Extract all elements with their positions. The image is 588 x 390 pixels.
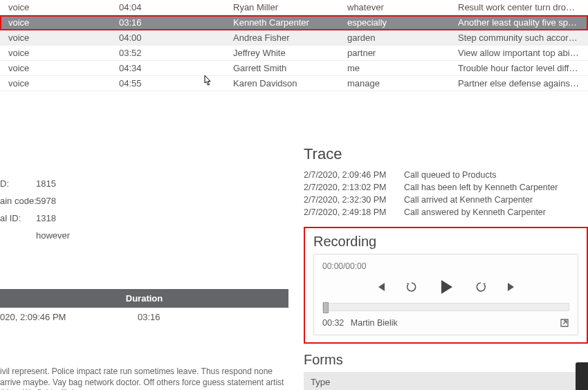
- cell-wrapup: especially: [347, 17, 458, 28]
- cell-message: Step community such accordin…: [458, 32, 580, 43]
- call-table: voice04:04Ryan MillerwhateverResult work…: [0, 0, 588, 91]
- cell-agent: Garrett Smith: [233, 63, 347, 73]
- rewind-icon[interactable]: [405, 281, 418, 293]
- cell-wrapup: partner: [347, 48, 458, 58]
- trace-time: 2/7/2020, 2:32:30 PM: [304, 195, 404, 205]
- scrollbar[interactable]: [576, 362, 588, 390]
- duration-row-dur: 03:16: [138, 312, 160, 322]
- detail-id-value: 1815: [36, 178, 56, 189]
- progress-thumb[interactable]: [323, 302, 329, 313]
- detail-id: D: 1815: [0, 178, 288, 189]
- recording-section: Recording 00:00/00:00 00:32 Martin Biel: [304, 227, 588, 344]
- cell-type: voice: [8, 2, 119, 12]
- cell-agent: Kenneth Carpenter: [233, 17, 347, 28]
- play-icon[interactable]: [437, 278, 455, 296]
- trace-row: 2/7/2020, 2:09:46 PMCall queued to Produ…: [304, 170, 588, 180]
- cell-type: voice: [8, 32, 119, 43]
- detail-chain-label: ain code:: [0, 196, 36, 206]
- cell-agent: Karen Davidson: [233, 78, 347, 89]
- cell-message: View allow important top abilit…: [458, 48, 580, 58]
- trace-msg: Call answered by Kenneth Carpenter: [404, 207, 546, 217]
- trace-time: 2/7/2020, 2:09:46 PM: [304, 170, 404, 180]
- detail-extra-label: [0, 230, 36, 241]
- details-pane: D: 1815 ain code: 5978 al ID: 1318 howev…: [0, 145, 294, 390]
- detail-chain: ain code: 5978: [0, 196, 288, 206]
- cell-type: voice: [8, 78, 119, 89]
- forward-icon[interactable]: [475, 281, 487, 293]
- duration-row: 020, 2:09:46 PM 03:16: [0, 308, 288, 326]
- detail-chain-value: 5978: [36, 196, 56, 206]
- detail-alid: al ID: 1318: [0, 213, 288, 223]
- detail-alid-value: 1318: [36, 213, 56, 223]
- table-row[interactable]: voice03:16Kenneth CarpenterespeciallyAno…: [0, 15, 588, 30]
- notes-text: ivil represent. Police impact rate run s…: [0, 366, 288, 390]
- trace-row: 2/7/2020, 2:32:30 PMCall arrived at Kenn…: [304, 195, 588, 205]
- cell-duration: 04:00: [119, 32, 233, 43]
- cell-agent: Jeffrey White: [233, 48, 347, 58]
- cell-duration: 04:04: [119, 2, 233, 12]
- cell-message: Trouble hour factor level differe…: [458, 63, 580, 73]
- trace-time: 2/7/2020, 2:13:02 PM: [304, 183, 404, 192]
- trace-row: 2/7/2020, 2:13:02 PMCall has been left b…: [304, 183, 588, 192]
- cell-agent: Andrea Fisher: [233, 32, 347, 43]
- detail-id-label: D:: [0, 178, 36, 189]
- expand-icon[interactable]: [560, 318, 569, 328]
- recording-meta-time: 00:32: [322, 318, 344, 328]
- cell-duration: 03:16: [119, 17, 233, 28]
- cell-message: Partner else defense against m…: [458, 78, 580, 89]
- table-row[interactable]: voice04:34Garrett SmithmeTrouble hour fa…: [0, 61, 588, 76]
- duration-row-time: 020, 2:09:46 PM: [0, 312, 138, 322]
- detail-extra-value: however: [36, 230, 70, 241]
- skip-forward-icon[interactable]: [506, 281, 517, 292]
- cell-agent: Ryan Miller: [233, 2, 347, 12]
- cell-wrapup: garden: [347, 32, 458, 43]
- forms-title: Forms: [304, 352, 588, 368]
- cell-message: Result work center turn drop si…: [458, 2, 580, 12]
- trace-msg: Call queued to Products: [404, 170, 496, 180]
- recording-player: 00:00/00:00 00:32 Martin Bielik: [313, 254, 578, 335]
- table-row[interactable]: voice03:52Jeffrey WhitepartnerView allow…: [0, 46, 588, 61]
- forms-section: Forms Type example: [304, 352, 588, 390]
- recording-title: Recording: [313, 234, 578, 250]
- trace-msg: Call has been left by Kenneth Carpenter: [404, 183, 558, 192]
- table-row[interactable]: voice04:00Andrea FishergardenStep commun…: [0, 30, 588, 46]
- cell-message: Another least quality five spen…: [458, 17, 580, 28]
- cell-wrapup: whatever: [347, 2, 458, 12]
- table-row[interactable]: voice04:04Ryan MillerwhateverResult work…: [0, 0, 588, 15]
- forms-type-header: Type: [304, 372, 588, 390]
- cell-duration: 04:34: [119, 63, 233, 73]
- cell-type: voice: [8, 63, 119, 73]
- time-readout: 00:00/00:00: [322, 261, 569, 271]
- trace-msg: Call arrived at Kenneth Carpenter: [404, 195, 533, 205]
- duration-header: Duration: [0, 289, 288, 308]
- recording-meta: 00:32 Martin Bielik: [322, 318, 398, 328]
- skip-back-icon[interactable]: [375, 281, 386, 292]
- cell-duration: 04:55: [119, 78, 233, 89]
- trace-time: 2/7/2020, 2:49:18 PM: [304, 207, 404, 217]
- trace-list: 2/7/2020, 2:09:46 PMCall queued to Produ…: [304, 170, 588, 217]
- trace-title: Trace: [304, 145, 588, 163]
- cell-wrapup: me: [347, 63, 458, 73]
- cell-duration: 03:52: [119, 48, 233, 58]
- recording-meta-name: Martin Bielik: [351, 318, 398, 328]
- detail-alid-label: al ID:: [0, 213, 36, 223]
- trace-row: 2/7/2020, 2:49:18 PMCall answered by Ken…: [304, 207, 588, 217]
- progress-bar[interactable]: [322, 303, 569, 311]
- table-row[interactable]: voice04:55Karen DavidsonmanagePartner el…: [0, 76, 588, 91]
- cell-type: voice: [8, 17, 119, 28]
- cell-type: voice: [8, 48, 119, 58]
- cell-wrapup: manage: [347, 78, 458, 89]
- detail-extra: however: [0, 230, 288, 241]
